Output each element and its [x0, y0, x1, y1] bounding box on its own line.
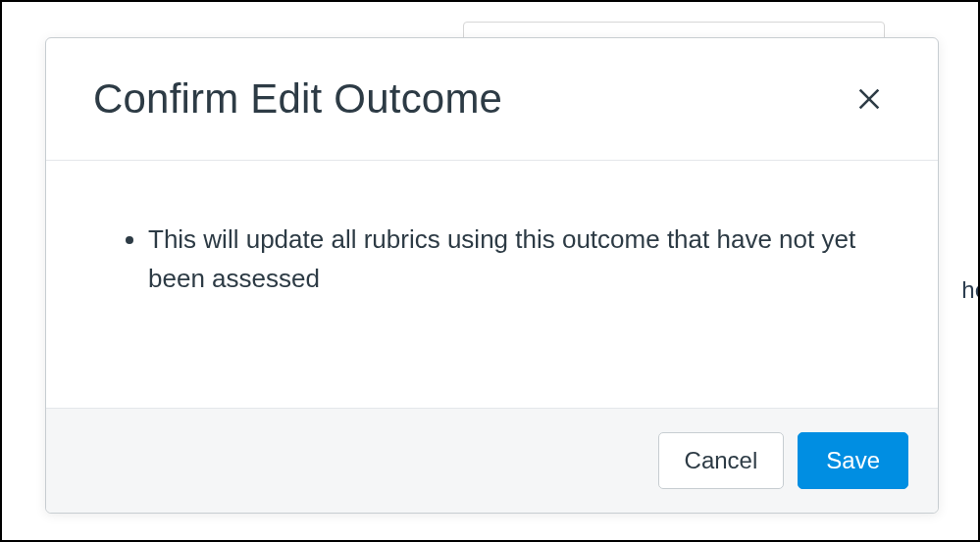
- save-button[interactable]: Save: [798, 432, 908, 489]
- modal-header: Confirm Edit Outcome: [46, 38, 938, 161]
- background-partial-text: he: [961, 276, 980, 304]
- modal-message-list: This will update all rubrics using this …: [93, 220, 891, 299]
- modal-body: This will update all rubrics using this …: [46, 161, 938, 408]
- modal-message-item: This will update all rubrics using this …: [148, 220, 891, 299]
- close-icon: [855, 85, 883, 113]
- confirm-edit-outcome-modal: Confirm Edit Outcome This will update al…: [45, 37, 939, 514]
- modal-title: Confirm Edit Outcome: [93, 75, 502, 123]
- modal-footer: Cancel Save: [46, 408, 938, 513]
- close-button[interactable]: [848, 77, 891, 121]
- cancel-button[interactable]: Cancel: [658, 432, 785, 489]
